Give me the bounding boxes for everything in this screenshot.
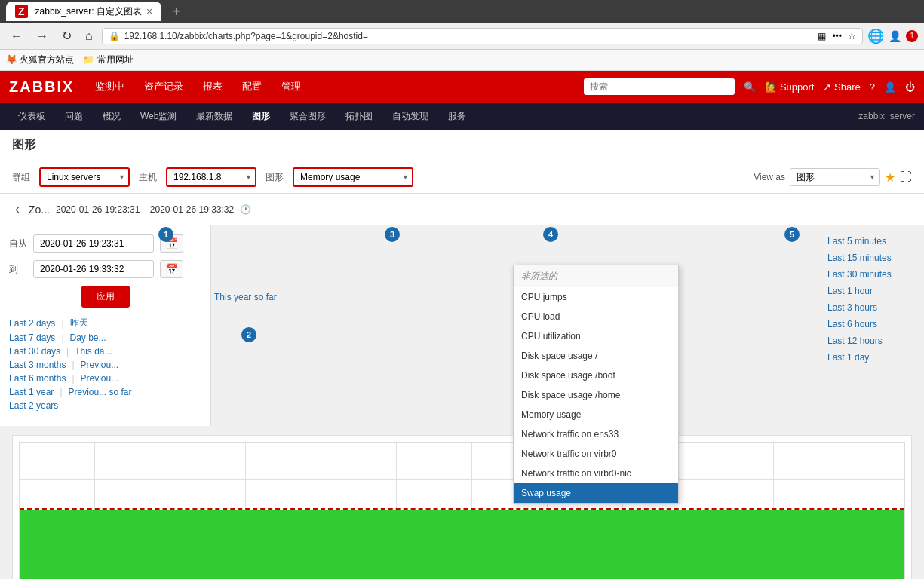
this-day-link[interactable]: This da...: [75, 346, 112, 357]
subnav-dashboard[interactable]: 仪表板: [9, 106, 54, 127]
to-input[interactable]: [33, 260, 154, 278]
this-year-link[interactable]: This year so far: [214, 292, 277, 302]
time-range-bar: ‹ Zo... 2020-01-26 19:23:31 – 2020-01-26…: [0, 194, 924, 225]
last-5-min-link[interactable]: Last 5 minutes: [827, 234, 915, 248]
dropdown-disk-boot[interactable]: Disk space usage /boot: [514, 366, 678, 385]
prev-6m-link[interactable]: Previou...: [81, 373, 119, 384]
day-before-link[interactable]: Day be...: [70, 332, 106, 343]
expand-btn[interactable]: ⛶: [900, 170, 912, 184]
last-3-months-link[interactable]: Last 3 months: [9, 360, 66, 370]
last-6-hours-link[interactable]: Last 6 hours: [827, 317, 915, 331]
last-7-days-link[interactable]: Last 7 days: [9, 332, 55, 343]
prev-btn[interactable]: ‹: [12, 198, 23, 220]
apply-btn[interactable]: 应用: [81, 286, 130, 308]
search-icon[interactable]: 🔍: [744, 81, 756, 93]
home-btn[interactable]: ⌂: [81, 28, 97, 44]
notification-badge: 1: [906, 30, 918, 42]
middle-column: This year so far: [211, 225, 280, 426]
annotation-5: 5: [784, 227, 800, 242]
chart-area: [12, 435, 912, 579]
favorite-btn[interactable]: ★: [885, 170, 895, 185]
help-icon[interactable]: ?: [870, 81, 875, 93]
subnav-overview[interactable]: 概况: [94, 106, 130, 127]
subnav-web[interactable]: Web监测: [131, 106, 186, 127]
back-btn[interactable]: ←: [6, 28, 27, 44]
filter-bar: 群组 Linux servers 主机 192.168.1.8 图形 Memor…: [0, 161, 924, 194]
dropdown-disk-root[interactable]: Disk space usage /: [514, 346, 678, 366]
tab-title: zabbix_server: 自定义图表: [35, 5, 142, 18]
subnav-graphs[interactable]: 图形: [243, 106, 279, 127]
zoom-text: Zo...: [29, 204, 50, 216]
dropdown-disk-home[interactable]: Disk space usage /home: [514, 385, 678, 405]
url-text: 192.168.1.10/zabbix/charts.php?page=1&gr…: [124, 31, 368, 41]
more-btn[interactable]: •••: [832, 31, 842, 41]
group-select[interactable]: Linux servers: [39, 167, 130, 187]
last-2-years-link[interactable]: Last 2 years: [9, 400, 58, 411]
prev-year-link[interactable]: Previou... so far: [69, 387, 132, 397]
last-1-day-link[interactable]: Last 1 day: [827, 351, 915, 364]
last-1-hour-link[interactable]: Last 1 hour: [827, 284, 915, 298]
last-3-hours-link[interactable]: Last 3 hours: [827, 301, 915, 314]
address-bar[interactable]: 🔒 192.168.1.10/zabbix/charts.php?page=1&…: [102, 28, 863, 44]
subnav-aggregate[interactable]: 聚合图形: [281, 106, 335, 127]
right-time-panel: Last 5 minutes Last 15 minutes Last 30 m…: [818, 225, 924, 426]
bookmark-icon[interactable]: ☆: [848, 31, 856, 41]
new-tab-btn[interactable]: +: [166, 4, 187, 19]
bookmark-2[interactable]: 📁 常用网址: [83, 54, 133, 66]
dropdown-cpu-load[interactable]: CPU load: [514, 307, 678, 326]
dropdown-net-virbr0-nic[interactable]: Network traffic on virbr0-nic: [514, 464, 678, 483]
dropdown-cpu-util[interactable]: CPU utilization: [514, 326, 678, 346]
nav-admin[interactable]: 管理: [272, 74, 310, 100]
host-select[interactable]: 192.168.1.8: [166, 167, 256, 187]
zabbix-logo: ZABBIX: [9, 78, 74, 96]
subnav-discovery[interactable]: 自动发现: [383, 106, 437, 127]
prev-month-link[interactable]: Previou...: [81, 360, 119, 370]
nav-reports[interactable]: 报表: [194, 74, 232, 100]
nav-assets[interactable]: 资产记录: [135, 74, 192, 100]
nav-monitoring[interactable]: 监测中: [86, 74, 134, 100]
dropdown-header: 非所选的: [514, 265, 678, 287]
last-30-days-link[interactable]: Last 30 days: [9, 346, 60, 357]
user-icon[interactable]: 👤: [884, 81, 896, 93]
last-15-min-link[interactable]: Last 15 minutes: [827, 251, 915, 265]
graph-select[interactable]: Memory usage: [293, 167, 413, 187]
support-link[interactable]: 🙋 Support: [765, 81, 814, 93]
dropdown-net-ens33[interactable]: Network traffic on ens33: [514, 424, 678, 444]
from-input[interactable]: [33, 234, 154, 253]
group-select-wrapper: Linux servers: [39, 167, 130, 187]
nav-config[interactable]: 配置: [233, 74, 271, 100]
chart-inner: [19, 442, 905, 579]
dropdown-memory[interactable]: Memory usage: [514, 405, 678, 424]
last-6-months-link[interactable]: Last 6 months: [9, 373, 66, 384]
main-area: 自从 📅 到 📅 应用 Last 2 days | 昨天 Last 7 days…: [0, 225, 924, 426]
subnav-services[interactable]: 服务: [439, 106, 475, 127]
forward-btn[interactable]: →: [32, 28, 53, 44]
annotation-3: 3: [385, 227, 400, 242]
yesterday-link[interactable]: 昨天: [70, 317, 88, 329]
last-2-days-link[interactable]: Last 2 days: [9, 318, 55, 329]
zabbix-tab-icon: Z: [15, 5, 28, 18]
last-12-hours-link[interactable]: Last 12 hours: [827, 334, 915, 348]
last-1-year-link[interactable]: Last 1 year: [9, 387, 54, 397]
search-input[interactable]: [584, 78, 735, 95]
subnav-topology[interactable]: 拓扑图: [336, 106, 382, 127]
share-link[interactable]: ↗ Share: [823, 81, 860, 93]
quick-row-3: Last 30 days | This da...: [9, 346, 201, 357]
last-30-min-link[interactable]: Last 30 minutes: [827, 268, 915, 281]
logout-icon[interactable]: ⏻: [905, 81, 915, 93]
view-as-select[interactable]: 图形: [790, 168, 880, 186]
dropdown-swap[interactable]: Swap usage: [514, 483, 678, 503]
bookmark-1[interactable]: 🦊 火狐官方站点: [6, 54, 74, 66]
browser-tab[interactable]: Z zabbix_server: 自定义图表 ×: [6, 2, 161, 21]
quick-row-7: Last 2 years: [9, 400, 201, 411]
refresh-btn[interactable]: ↻: [57, 27, 76, 44]
subnav-problems[interactable]: 问题: [56, 106, 92, 127]
dropdown-net-virbr0[interactable]: Network traffic on virbr0: [514, 444, 678, 464]
time-range-text: 2020-01-26 19:23:31 – 2020-01-26 19:33:3…: [56, 204, 234, 215]
subnav-latest[interactable]: 最新数据: [187, 106, 241, 127]
tab-close-btn[interactable]: ×: [146, 5, 152, 17]
to-calendar-btn[interactable]: 📅: [160, 260, 183, 278]
graph-dropdown-menu: 非所选的 CPU jumps CPU load CPU utilization …: [513, 265, 679, 504]
dropdown-cpu-jumps[interactable]: CPU jumps: [514, 287, 678, 307]
from-label: 自从: [9, 237, 27, 250]
